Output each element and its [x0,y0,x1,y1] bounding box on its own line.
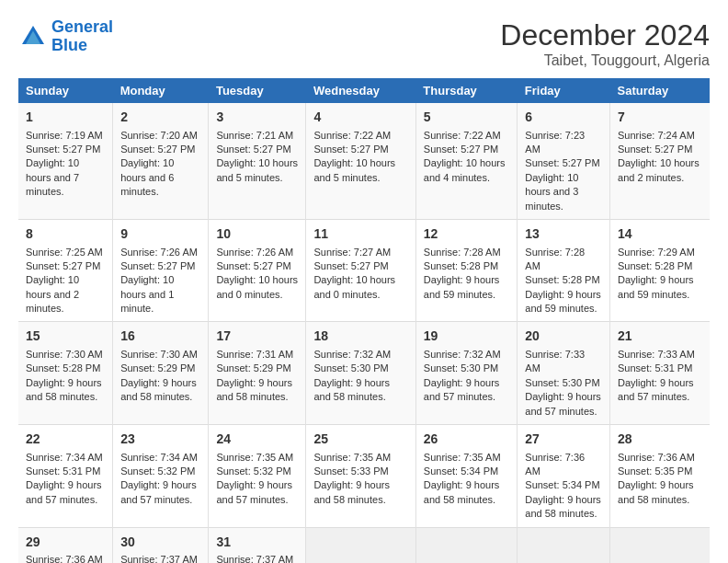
sunset-info: Sunset: 5:35 PM [618,465,702,478]
day-cell: 16Sunrise: 7:30 AMSunset: 5:29 PMDayligh… [113,322,209,425]
sunrise-info: Sunrise: 7:27 AM [313,246,407,259]
sunset-info: Sunset: 5:28 PM [525,273,602,287]
day-number: 12 [424,225,509,244]
day-number: 5 [424,109,509,127]
day-cell: 20Sunrise: 7:33 AMSunset: 5:30 PMDayligh… [518,322,610,425]
sunset-info: Sunset: 5:27 PM [216,259,298,273]
day-number: 20 [525,327,602,346]
sunrise-info: Sunrise: 7:30 AM [26,348,105,362]
day-cell: 4Sunrise: 7:22 AMSunset: 5:27 PMDaylight… [306,103,415,219]
logo: General Blue [18,18,113,55]
sunset-info: Sunset: 5:33 PM [313,465,407,478]
daylight-info: Daylight: 9 hours and 57 minutes. [525,390,602,419]
day-cell: 21Sunrise: 7:33 AMSunset: 5:31 PMDayligh… [610,322,710,425]
sunrise-info: Sunrise: 7:36 AM [618,451,702,465]
day-cell: 28Sunrise: 7:36 AMSunset: 5:35 PMDayligh… [610,425,710,528]
daylight-info: Daylight: 9 hours and 59 minutes. [525,288,602,316]
day-cell: 3Sunrise: 7:21 AMSunset: 5:27 PMDaylight… [209,103,306,219]
sunrise-info: Sunrise: 7:32 AM [424,348,509,362]
sunrise-info: Sunrise: 7:32 AM [313,348,407,362]
day-cell: 22Sunrise: 7:34 AMSunset: 5:31 PMDayligh… [18,425,113,528]
calendar-table: SundayMondayTuesdayWednesdayThursdayFrid… [18,78,710,563]
main-title: December 2024 [500,18,710,52]
sunset-info: Sunset: 5:27 PM [424,143,509,156]
day-header-friday: Friday [518,78,610,103]
sunrise-info: Sunrise: 7:28 AM [424,246,509,259]
day-cell: 7Sunrise: 7:24 AMSunset: 5:27 PMDaylight… [610,103,710,219]
sunrise-info: Sunrise: 7:29 AM [618,246,702,259]
daylight-info: Daylight: 10 hours and 5 minutes. [313,156,407,185]
daylight-info: Daylight: 9 hours and 58 minutes. [313,478,407,507]
sunset-info: Sunset: 5:30 PM [525,376,602,390]
sunset-info: Sunset: 5:32 PM [120,465,200,478]
sunset-info: Sunset: 5:29 PM [120,362,200,375]
daylight-info: Daylight: 9 hours and 58 minutes. [525,493,602,522]
day-cell [415,527,517,563]
day-number: 18 [313,327,407,346]
sunset-info: Sunset: 5:27 PM [313,143,407,156]
day-cell: 25Sunrise: 7:35 AMSunset: 5:33 PMDayligh… [306,425,415,528]
day-number: 16 [120,327,200,346]
day-number: 30 [120,534,200,552]
sunrise-info: Sunrise: 7:21 AM [216,129,298,143]
daylight-info: Daylight: 9 hours and 58 minutes. [618,478,702,507]
daylight-info: Daylight: 9 hours and 59 minutes. [424,273,509,302]
day-number: 6 [525,109,602,127]
day-number: 24 [216,431,298,449]
day-header-monday: Monday [113,78,209,103]
day-cell: 31Sunrise: 7:37 AMSunset: 5:37 PMDayligh… [209,527,306,563]
week-row-3: 15Sunrise: 7:30 AMSunset: 5:28 PMDayligh… [18,322,710,425]
day-cell [306,527,415,563]
sunrise-info: Sunrise: 7:30 AM [120,348,200,362]
logo-text: General Blue [51,18,113,55]
daylight-info: Daylight: 9 hours and 58 minutes. [313,376,407,405]
sunrise-info: Sunrise: 7:28 AM [525,246,602,274]
day-header-saturday: Saturday [610,78,710,103]
day-cell: 26Sunrise: 7:35 AMSunset: 5:34 PMDayligh… [415,425,517,528]
sunrise-info: Sunrise: 7:26 AM [216,246,298,259]
sunset-info: Sunset: 5:27 PM [120,143,200,156]
sunset-info: Sunset: 5:27 PM [26,259,105,273]
daylight-info: Daylight: 9 hours and 58 minutes. [216,376,298,405]
day-number: 17 [216,327,298,346]
daylight-info: Daylight: 9 hours and 59 minutes. [618,273,702,302]
sunset-info: Sunset: 5:28 PM [424,259,509,273]
day-number: 19 [424,327,509,346]
day-number: 27 [525,431,602,449]
sunset-info: Sunset: 5:27 PM [618,143,702,156]
daylight-info: Daylight: 10 hours and 0 minutes. [313,273,407,302]
sunrise-info: Sunrise: 7:33 AM [525,348,602,376]
day-number: 3 [216,109,298,127]
day-cell: 11Sunrise: 7:27 AMSunset: 5:27 PMDayligh… [306,219,415,322]
daylight-info: Daylight: 9 hours and 58 minutes. [424,478,509,507]
sunset-info: Sunset: 5:34 PM [525,478,602,492]
day-cell: 5Sunrise: 7:22 AMSunset: 5:27 PMDaylight… [415,103,517,219]
sunrise-info: Sunrise: 7:31 AM [216,348,298,362]
sunrise-info: Sunrise: 7:34 AM [26,451,105,465]
sunrise-info: Sunrise: 7:36 AM [525,451,602,479]
day-number: 1 [26,109,105,127]
sunrise-info: Sunrise: 7:37 AM [216,553,298,563]
week-row-4: 22Sunrise: 7:34 AMSunset: 5:31 PMDayligh… [18,425,710,528]
week-row-1: 1Sunrise: 7:19 AMSunset: 5:27 PMDaylight… [18,103,710,219]
day-cell [610,527,710,563]
sunset-info: Sunset: 5:34 PM [424,465,509,478]
sunrise-info: Sunrise: 7:22 AM [424,129,509,143]
day-cell: 27Sunrise: 7:36 AMSunset: 5:34 PMDayligh… [518,425,610,528]
day-cell: 8Sunrise: 7:25 AMSunset: 5:27 PMDaylight… [18,219,113,322]
daylight-info: Daylight: 10 hours and 5 minutes. [216,156,298,185]
day-number: 2 [120,109,200,127]
logo-icon [18,22,48,52]
day-cell: 30Sunrise: 7:37 AMSunset: 5:36 PMDayligh… [113,527,209,563]
header-row: SundayMondayTuesdayWednesdayThursdayFrid… [18,78,710,103]
sunrise-info: Sunrise: 7:20 AM [120,129,200,143]
sunrise-info: Sunrise: 7:34 AM [120,451,200,465]
sunset-info: Sunset: 5:28 PM [26,362,105,375]
daylight-info: Daylight: 10 hours and 7 minutes. [26,156,105,199]
day-number: 7 [618,109,702,127]
day-cell: 18Sunrise: 7:32 AMSunset: 5:30 PMDayligh… [306,322,415,425]
daylight-info: Daylight: 9 hours and 58 minutes. [120,376,200,405]
day-cell: 29Sunrise: 7:36 AMSunset: 5:36 PMDayligh… [18,527,113,563]
sunset-info: Sunset: 5:27 PM [313,259,407,273]
sunset-info: Sunset: 5:27 PM [525,156,602,170]
